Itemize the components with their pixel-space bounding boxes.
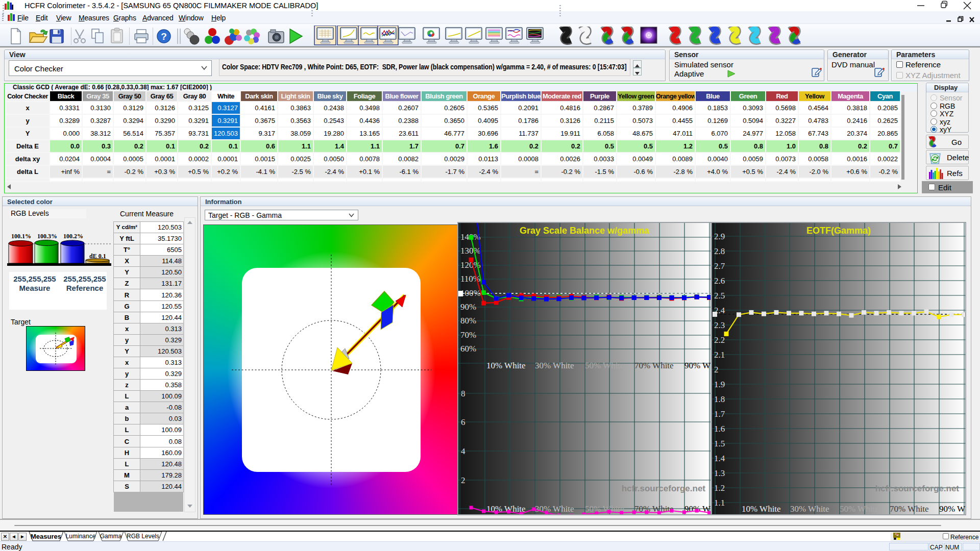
- svg-text:2.5: 2.5: [714, 291, 725, 300]
- svg-text:Gray Scale Balance w/gamma: Gray Scale Balance w/gamma: [520, 226, 650, 236]
- svg-text:1.2: 1.2: [714, 483, 725, 493]
- svg-text:1.3: 1.3: [714, 468, 725, 478]
- svg-text:2.6: 2.6: [714, 276, 725, 286]
- svg-text:10% White: 10% White: [742, 504, 781, 514]
- svg-text:2: 2: [714, 365, 719, 374]
- svg-text:90% White: 90% White: [939, 504, 965, 514]
- svg-text:1.1: 1.1: [714, 498, 725, 508]
- svg-text:50% White: 50% White: [840, 504, 879, 514]
- svg-text:30% White: 30% White: [535, 504, 574, 514]
- svg-text:2.9: 2.9: [714, 232, 725, 241]
- svg-text:?: ?: [161, 31, 167, 42]
- svg-text:1.6: 1.6: [714, 424, 725, 434]
- svg-text:1.4: 1.4: [714, 454, 725, 463]
- svg-text:130%: 130%: [460, 246, 481, 256]
- svg-text:1.9: 1.9: [714, 380, 725, 389]
- svg-text:70% White: 70% White: [890, 504, 929, 514]
- svg-text:70%: 70%: [460, 330, 476, 340]
- svg-text:hcfr.sourceforge.net: hcfr.sourceforge.net: [622, 484, 706, 493]
- svg-text:8: 8: [461, 389, 465, 398]
- svg-text:2.7: 2.7: [714, 261, 725, 271]
- svg-text:2.3: 2.3: [714, 320, 725, 330]
- svg-text:2.1: 2.1: [714, 350, 725, 360]
- svg-text:Gamma: Gamma: [100, 533, 122, 540]
- svg-text:4: 4: [461, 446, 465, 456]
- svg-text:2: 2: [461, 475, 465, 485]
- svg-text:Measures: Measures: [31, 533, 61, 540]
- svg-text:1.5: 1.5: [714, 439, 725, 448]
- svg-text:90%: 90%: [460, 302, 476, 312]
- svg-text:1.8: 1.8: [714, 394, 725, 404]
- svg-text:90% White: 90% White: [684, 361, 710, 370]
- svg-text:70% White: 70% White: [634, 361, 674, 370]
- svg-text:2.2: 2.2: [714, 335, 725, 345]
- svg-text:Luminance: Luminance: [66, 533, 96, 540]
- svg-text:30% White: 30% White: [790, 504, 829, 514]
- svg-text:30% White: 30% White: [535, 361, 574, 370]
- svg-text:RGB Levels: RGB Levels: [127, 533, 159, 540]
- svg-text:10% White: 10% White: [486, 361, 526, 370]
- svg-text:2.8: 2.8: [714, 246, 725, 256]
- svg-text:1.7: 1.7: [714, 409, 725, 419]
- svg-text:hcfr.sourceforge.net: hcfr.sourceforge.net: [875, 484, 960, 493]
- svg-text:80%: 80%: [460, 316, 476, 325]
- svg-text:50% White: 50% White: [585, 361, 624, 370]
- svg-text:60%: 60%: [460, 344, 476, 354]
- svg-text:EOTF(Gamma): EOTF(Gamma): [806, 226, 871, 236]
- svg-text:6: 6: [461, 417, 465, 427]
